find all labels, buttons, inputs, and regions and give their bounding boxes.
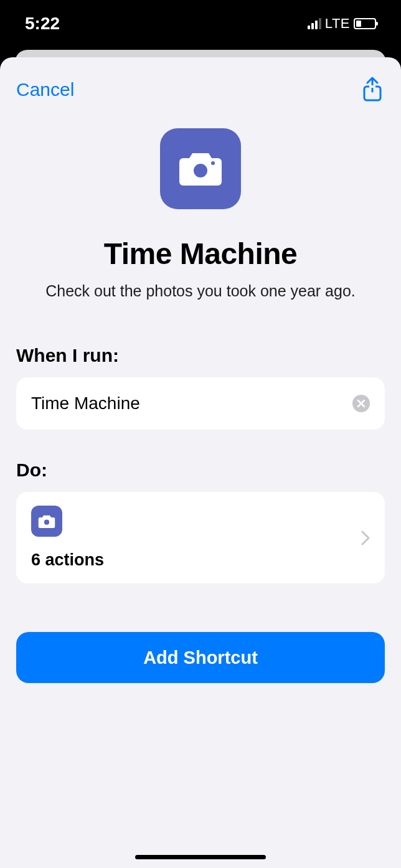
- battery-icon: [354, 18, 376, 29]
- signal-icon: [308, 18, 321, 29]
- do-section-label: Do:: [16, 460, 385, 481]
- when-input-value: Time Machine: [31, 394, 140, 413]
- shortcut-icon-large: [160, 128, 241, 209]
- add-shortcut-button[interactable]: Add Shortcut: [16, 632, 385, 683]
- modal-sheet: Cancel Time Machine Check out the photos…: [0, 57, 401, 868]
- svg-rect-1: [369, 85, 375, 88]
- cancel-button[interactable]: Cancel: [16, 79, 74, 100]
- shortcut-icon-small: [31, 506, 62, 537]
- share-icon: [362, 77, 383, 103]
- svg-point-4: [211, 161, 215, 165]
- status-bar: 5:22 LTE: [0, 0, 401, 47]
- actions-count: 6 actions: [31, 550, 104, 570]
- shortcut-subtitle: Check out the photos you took one year a…: [16, 282, 385, 300]
- x-icon: [357, 399, 366, 408]
- share-button[interactable]: [360, 77, 385, 102]
- status-indicators: LTE: [308, 16, 376, 32]
- do-actions-row[interactable]: 6 actions: [16, 492, 385, 583]
- chevron-right-icon: [361, 531, 370, 545]
- when-input-row[interactable]: Time Machine: [16, 377, 385, 430]
- shortcut-title: Time Machine: [16, 237, 385, 271]
- camera-icon: [38, 514, 55, 529]
- status-time: 5:22: [25, 14, 60, 34]
- home-indicator[interactable]: [135, 855, 266, 859]
- clear-button[interactable]: [352, 395, 370, 412]
- when-section-label: When I run:: [16, 345, 385, 366]
- camera-icon: [178, 151, 223, 187]
- network-label: LTE: [325, 16, 350, 32]
